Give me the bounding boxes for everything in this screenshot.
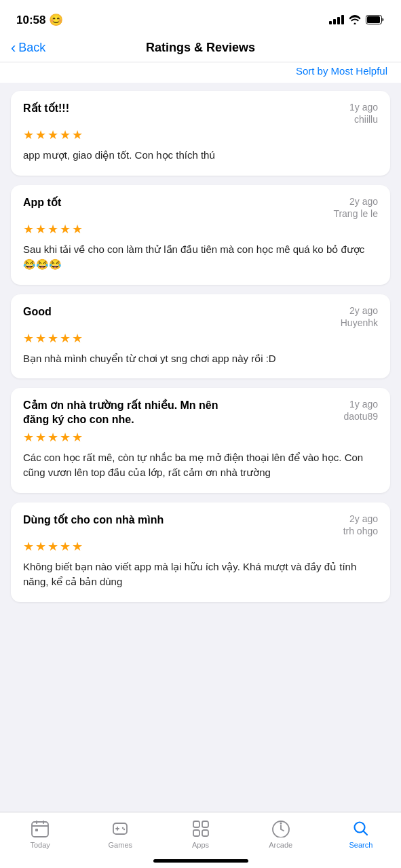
back-chevron-icon: ‹ xyxy=(11,41,16,56)
review-title: App tốt xyxy=(23,196,61,210)
star-icon: ★ xyxy=(60,222,71,237)
review-author: Huyenhk xyxy=(341,317,378,328)
star-icon: ★ xyxy=(23,331,34,346)
svg-rect-10 xyxy=(202,821,208,827)
star-icon: ★ xyxy=(72,430,83,445)
star-icon: ★ xyxy=(35,430,46,445)
svg-rect-3 xyxy=(36,821,37,824)
svg-point-8 xyxy=(123,829,125,830)
review-time: 2y ago xyxy=(349,513,378,524)
review-body: Bạn nhà mình chuyển từ chơi yt sng chơi … xyxy=(23,351,378,367)
arcade-icon xyxy=(271,819,290,838)
tab-search[interactable]: Search xyxy=(321,819,401,849)
svg-rect-11 xyxy=(193,830,199,836)
star-icon: ★ xyxy=(23,222,34,237)
review-time: 2y ago xyxy=(349,305,378,316)
review-author: Trang le le xyxy=(333,208,378,219)
status-emoji: 😊 xyxy=(49,14,63,26)
review-meta: 2y ago trh ohgo xyxy=(343,513,378,536)
star-icon: ★ xyxy=(72,539,83,554)
star-icon: ★ xyxy=(35,539,46,554)
review-time: 1y ago xyxy=(349,399,378,410)
star-icon: ★ xyxy=(35,222,46,237)
review-meta: 2y ago Trang le le xyxy=(333,196,378,219)
review-card: Rất tốt!!! 1y ago chiillu ★ ★ ★ ★ ★ app … xyxy=(11,91,390,176)
star-icon: ★ xyxy=(72,127,83,142)
star-icon: ★ xyxy=(60,430,71,445)
review-author: trh ohgo xyxy=(343,526,378,536)
star-icon: ★ xyxy=(35,127,46,142)
review-card: Cảm ơn nhà trường rất nhiều. Mn nên đăng… xyxy=(11,388,390,493)
reviews-container: Rất tốt!!! 1y ago chiillu ★ ★ ★ ★ ★ app … xyxy=(0,83,401,613)
nav-bar: ‹ Back Ratings & Reviews xyxy=(0,34,401,62)
status-time: 10:58 😊 xyxy=(16,13,63,27)
battery-icon xyxy=(366,15,385,24)
signal-icon xyxy=(329,15,344,24)
page-title: Ratings & Reviews xyxy=(146,41,255,55)
tab-arcade[interactable]: Arcade xyxy=(241,819,321,849)
review-meta: 1y ago daotu89 xyxy=(343,399,378,422)
review-stars: ★ ★ ★ ★ ★ xyxy=(23,331,378,346)
svg-point-7 xyxy=(122,827,123,829)
review-stars: ★ ★ ★ ★ ★ xyxy=(23,127,378,142)
review-body: Sau khi tải về cho con làm thử lần đầu t… xyxy=(23,242,378,273)
svg-rect-12 xyxy=(202,830,208,836)
star-icon: ★ xyxy=(60,539,71,554)
review-stars: ★ ★ ★ ★ ★ xyxy=(23,222,378,237)
svg-rect-2 xyxy=(32,822,48,837)
review-author: chiillu xyxy=(354,114,378,125)
tab-apps-label: Apps xyxy=(192,841,209,849)
tab-arcade-label: Arcade xyxy=(269,841,292,849)
review-stars: ★ ★ ★ ★ ★ xyxy=(23,539,378,554)
time-text: 10:58 xyxy=(16,14,45,26)
review-title: Dùng tốt cho con nhà mình xyxy=(23,513,164,528)
wifi-icon xyxy=(349,15,361,24)
tab-games[interactable]: Games xyxy=(80,819,160,849)
review-author: daotu89 xyxy=(343,411,378,422)
sort-label[interactable]: Sort by Most Helpful xyxy=(296,65,387,77)
review-body: app mượt, giao diện tốt. Con học thích t… xyxy=(23,148,378,163)
star-icon: ★ xyxy=(47,331,58,346)
star-icon: ★ xyxy=(23,539,34,554)
tab-search-label: Search xyxy=(349,841,373,849)
star-icon: ★ xyxy=(35,331,46,346)
review-title: Rất tốt!!! xyxy=(23,102,69,116)
review-meta: 1y ago chiillu xyxy=(349,102,378,125)
search-icon xyxy=(351,819,370,838)
review-title: Good xyxy=(23,305,52,319)
star-icon: ★ xyxy=(60,331,71,346)
star-icon: ★ xyxy=(23,127,34,142)
review-card: App tốt 2y ago Trang le le ★ ★ ★ ★ ★ Sau… xyxy=(11,185,390,285)
review-time: 1y ago xyxy=(349,102,378,113)
tab-games-label: Games xyxy=(109,841,132,849)
tab-apps[interactable]: Apps xyxy=(160,819,240,849)
home-indicator xyxy=(153,859,248,863)
today-icon xyxy=(31,819,50,838)
star-icon: ★ xyxy=(72,222,83,237)
star-icon: ★ xyxy=(47,127,58,142)
sort-bar: Sort by Most Helpful xyxy=(0,62,401,83)
star-icon: ★ xyxy=(72,331,83,346)
review-meta: 2y ago Huyenhk xyxy=(341,305,378,328)
back-label: Back xyxy=(18,41,45,55)
review-body: Không biết bạn nào viết app mà lại hữu í… xyxy=(23,559,378,590)
back-button[interactable]: ‹ Back xyxy=(11,41,45,56)
svg-rect-5 xyxy=(32,825,48,827)
games-icon xyxy=(111,819,130,838)
review-card: Dùng tốt cho con nhà mình 2y ago trh ohg… xyxy=(11,502,390,602)
svg-rect-1 xyxy=(367,16,380,23)
star-icon: ★ xyxy=(47,222,58,237)
review-time: 2y ago xyxy=(349,196,378,207)
star-icon: ★ xyxy=(47,430,58,445)
tab-today-label: Today xyxy=(30,841,50,849)
svg-rect-4 xyxy=(43,821,44,824)
star-icon: ★ xyxy=(23,430,34,445)
review-card: Good 2y ago Huyenhk ★ ★ ★ ★ ★ Bạn nhà mì… xyxy=(11,294,390,379)
apps-icon xyxy=(191,819,210,838)
review-title: Cảm ơn nhà trường rất nhiều. Mn nên đăng… xyxy=(23,399,220,427)
status-icons xyxy=(329,15,385,24)
tab-today[interactable]: Today xyxy=(0,819,80,849)
star-icon: ★ xyxy=(60,127,71,142)
svg-point-13 xyxy=(280,823,282,825)
svg-rect-9 xyxy=(193,821,199,827)
